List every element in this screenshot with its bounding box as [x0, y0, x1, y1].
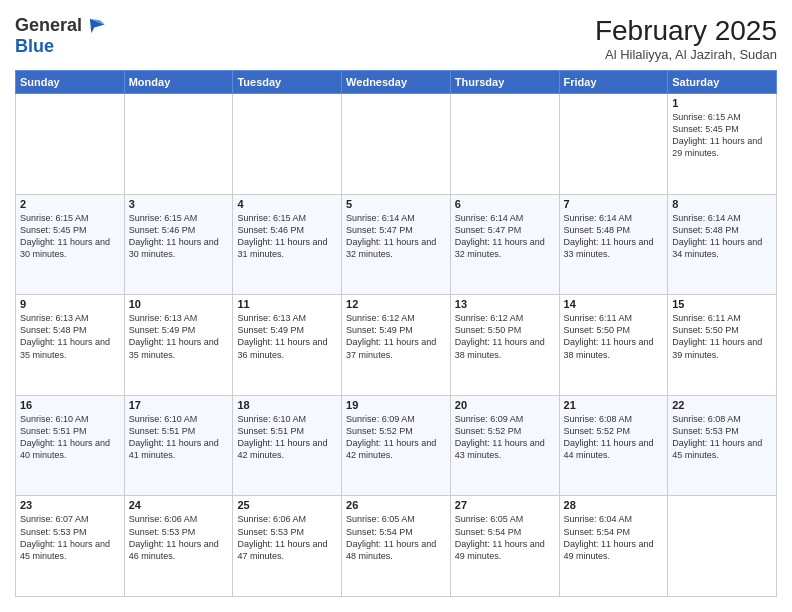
calendar-cell: 25Sunrise: 6:06 AMSunset: 5:53 PMDayligh…	[233, 496, 342, 597]
day-info: Sunrise: 6:08 AMSunset: 5:52 PMDaylight:…	[564, 413, 664, 462]
day-number: 4	[237, 198, 337, 210]
day-info: Sunrise: 6:12 AMSunset: 5:50 PMDaylight:…	[455, 312, 555, 361]
day-number: 1	[672, 97, 772, 109]
day-number: 2	[20, 198, 120, 210]
calendar-cell: 5Sunrise: 6:14 AMSunset: 5:47 PMDaylight…	[342, 194, 451, 295]
calendar-cell: 18Sunrise: 6:10 AMSunset: 5:51 PMDayligh…	[233, 395, 342, 496]
day-number: 28	[564, 499, 664, 511]
calendar-cell	[124, 94, 233, 195]
day-number: 20	[455, 399, 555, 411]
calendar-week-4: 16Sunrise: 6:10 AMSunset: 5:51 PMDayligh…	[16, 395, 777, 496]
calendar-cell: 15Sunrise: 6:11 AMSunset: 5:50 PMDayligh…	[668, 295, 777, 396]
day-info: Sunrise: 6:10 AMSunset: 5:51 PMDaylight:…	[129, 413, 229, 462]
calendar-cell: 21Sunrise: 6:08 AMSunset: 5:52 PMDayligh…	[559, 395, 668, 496]
col-header-wednesday: Wednesday	[342, 71, 451, 94]
day-info: Sunrise: 6:08 AMSunset: 5:53 PMDaylight:…	[672, 413, 772, 462]
logo: General Blue	[15, 15, 106, 57]
day-info: Sunrise: 6:05 AMSunset: 5:54 PMDaylight:…	[455, 513, 555, 562]
calendar-cell: 12Sunrise: 6:12 AMSunset: 5:49 PMDayligh…	[342, 295, 451, 396]
calendar-cell	[668, 496, 777, 597]
day-number: 21	[564, 399, 664, 411]
calendar-week-3: 9Sunrise: 6:13 AMSunset: 5:48 PMDaylight…	[16, 295, 777, 396]
calendar-cell: 8Sunrise: 6:14 AMSunset: 5:48 PMDaylight…	[668, 194, 777, 295]
calendar-week-2: 2Sunrise: 6:15 AMSunset: 5:45 PMDaylight…	[16, 194, 777, 295]
day-number: 15	[672, 298, 772, 310]
day-number: 8	[672, 198, 772, 210]
calendar-cell: 16Sunrise: 6:10 AMSunset: 5:51 PMDayligh…	[16, 395, 125, 496]
calendar-cell	[16, 94, 125, 195]
calendar-cell	[342, 94, 451, 195]
calendar-week-1: 1Sunrise: 6:15 AMSunset: 5:45 PMDaylight…	[16, 94, 777, 195]
day-number: 11	[237, 298, 337, 310]
day-number: 10	[129, 298, 229, 310]
day-info: Sunrise: 6:15 AMSunset: 5:45 PMDaylight:…	[20, 212, 120, 261]
day-info: Sunrise: 6:13 AMSunset: 5:49 PMDaylight:…	[129, 312, 229, 361]
day-info: Sunrise: 6:14 AMSunset: 5:47 PMDaylight:…	[455, 212, 555, 261]
day-info: Sunrise: 6:12 AMSunset: 5:49 PMDaylight:…	[346, 312, 446, 361]
calendar-cell	[559, 94, 668, 195]
calendar-cell: 4Sunrise: 6:15 AMSunset: 5:46 PMDaylight…	[233, 194, 342, 295]
col-header-thursday: Thursday	[450, 71, 559, 94]
calendar-cell: 2Sunrise: 6:15 AMSunset: 5:45 PMDaylight…	[16, 194, 125, 295]
day-number: 17	[129, 399, 229, 411]
day-info: Sunrise: 6:10 AMSunset: 5:51 PMDaylight:…	[20, 413, 120, 462]
day-info: Sunrise: 6:10 AMSunset: 5:51 PMDaylight:…	[237, 413, 337, 462]
day-info: Sunrise: 6:05 AMSunset: 5:54 PMDaylight:…	[346, 513, 446, 562]
day-info: Sunrise: 6:04 AMSunset: 5:54 PMDaylight:…	[564, 513, 664, 562]
day-info: Sunrise: 6:15 AMSunset: 5:46 PMDaylight:…	[237, 212, 337, 261]
day-number: 22	[672, 399, 772, 411]
day-info: Sunrise: 6:06 AMSunset: 5:53 PMDaylight:…	[237, 513, 337, 562]
header: General Blue February 2025 Al Hilaliyya,…	[15, 15, 777, 62]
day-info: Sunrise: 6:09 AMSunset: 5:52 PMDaylight:…	[346, 413, 446, 462]
day-number: 27	[455, 499, 555, 511]
calendar-cell: 3Sunrise: 6:15 AMSunset: 5:46 PMDaylight…	[124, 194, 233, 295]
calendar-cell: 27Sunrise: 6:05 AMSunset: 5:54 PMDayligh…	[450, 496, 559, 597]
day-number: 3	[129, 198, 229, 210]
calendar-cell: 14Sunrise: 6:11 AMSunset: 5:50 PMDayligh…	[559, 295, 668, 396]
calendar-cell: 6Sunrise: 6:14 AMSunset: 5:47 PMDaylight…	[450, 194, 559, 295]
col-header-tuesday: Tuesday	[233, 71, 342, 94]
calendar-title: February 2025	[595, 15, 777, 47]
calendar-cell: 11Sunrise: 6:13 AMSunset: 5:49 PMDayligh…	[233, 295, 342, 396]
calendar-cell: 24Sunrise: 6:06 AMSunset: 5:53 PMDayligh…	[124, 496, 233, 597]
calendar-cell: 23Sunrise: 6:07 AMSunset: 5:53 PMDayligh…	[16, 496, 125, 597]
day-number: 16	[20, 399, 120, 411]
calendar-cell: 26Sunrise: 6:05 AMSunset: 5:54 PMDayligh…	[342, 496, 451, 597]
day-info: Sunrise: 6:15 AMSunset: 5:46 PMDaylight:…	[129, 212, 229, 261]
day-number: 7	[564, 198, 664, 210]
calendar-cell: 17Sunrise: 6:10 AMSunset: 5:51 PMDayligh…	[124, 395, 233, 496]
day-info: Sunrise: 6:14 AMSunset: 5:47 PMDaylight:…	[346, 212, 446, 261]
day-number: 9	[20, 298, 120, 310]
calendar-cell	[233, 94, 342, 195]
calendar-header-row: SundayMondayTuesdayWednesdayThursdayFrid…	[16, 71, 777, 94]
calendar-cell: 7Sunrise: 6:14 AMSunset: 5:48 PMDaylight…	[559, 194, 668, 295]
day-number: 23	[20, 499, 120, 511]
day-number: 19	[346, 399, 446, 411]
day-info: Sunrise: 6:14 AMSunset: 5:48 PMDaylight:…	[672, 212, 772, 261]
page: General Blue February 2025 Al Hilaliyya,…	[0, 0, 792, 612]
day-info: Sunrise: 6:11 AMSunset: 5:50 PMDaylight:…	[672, 312, 772, 361]
day-info: Sunrise: 6:15 AMSunset: 5:45 PMDaylight:…	[672, 111, 772, 160]
day-number: 26	[346, 499, 446, 511]
calendar-week-5: 23Sunrise: 6:07 AMSunset: 5:53 PMDayligh…	[16, 496, 777, 597]
col-header-friday: Friday	[559, 71, 668, 94]
day-number: 6	[455, 198, 555, 210]
day-number: 13	[455, 298, 555, 310]
day-info: Sunrise: 6:09 AMSunset: 5:52 PMDaylight:…	[455, 413, 555, 462]
calendar-cell: 19Sunrise: 6:09 AMSunset: 5:52 PMDayligh…	[342, 395, 451, 496]
calendar-cell: 20Sunrise: 6:09 AMSunset: 5:52 PMDayligh…	[450, 395, 559, 496]
day-info: Sunrise: 6:14 AMSunset: 5:48 PMDaylight:…	[564, 212, 664, 261]
calendar-cell: 9Sunrise: 6:13 AMSunset: 5:48 PMDaylight…	[16, 295, 125, 396]
calendar-cell: 28Sunrise: 6:04 AMSunset: 5:54 PMDayligh…	[559, 496, 668, 597]
calendar-subtitle: Al Hilaliyya, Al Jazirah, Sudan	[595, 47, 777, 62]
logo-icon	[84, 15, 106, 37]
day-number: 5	[346, 198, 446, 210]
day-info: Sunrise: 6:07 AMSunset: 5:53 PMDaylight:…	[20, 513, 120, 562]
day-info: Sunrise: 6:06 AMSunset: 5:53 PMDaylight:…	[129, 513, 229, 562]
col-header-monday: Monday	[124, 71, 233, 94]
title-block: February 2025 Al Hilaliyya, Al Jazirah, …	[595, 15, 777, 62]
calendar-cell	[450, 94, 559, 195]
logo-blue: Blue	[15, 37, 106, 57]
day-number: 18	[237, 399, 337, 411]
col-header-sunday: Sunday	[16, 71, 125, 94]
